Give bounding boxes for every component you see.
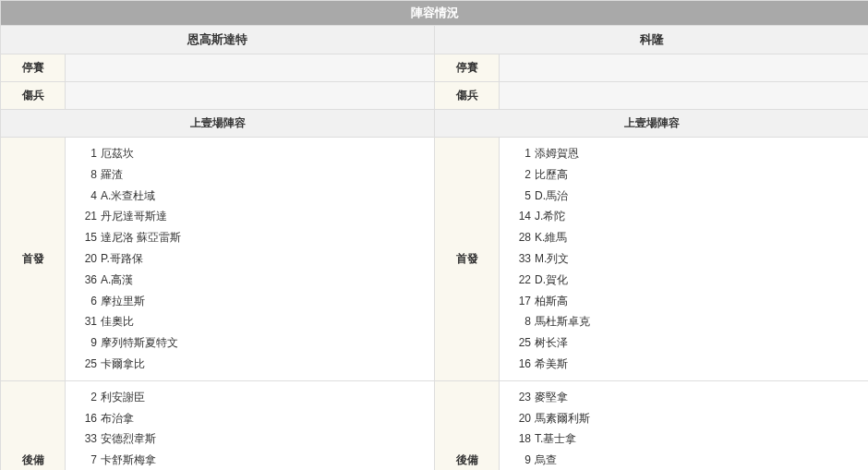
away-team-name: 科隆: [435, 26, 869, 54]
player-number: 16: [75, 408, 97, 429]
away-starters-label: 首發: [435, 138, 500, 381]
player-name: 麥堅拿: [535, 387, 568, 408]
player-name: 利安謝臣: [101, 387, 145, 408]
player-row: 33M.列文: [509, 248, 859, 270]
player-row: 23麥堅拿: [509, 387, 859, 408]
player-row: 28K.維馬: [509, 227, 859, 248]
home-starters-list: 1厄茲坎8羅渣4A.米查杜域21丹尼達哥斯達15達尼洛 蘇亞雷斯20P.哥路保3…: [66, 138, 435, 381]
player-number: 1: [509, 143, 531, 164]
player-number: 2: [509, 164, 531, 186]
player-number: 25: [75, 354, 97, 375]
player-name: J.希陀: [535, 206, 565, 227]
player-number: 16: [509, 354, 531, 375]
player-name: 卡舒斯梅拿: [101, 450, 156, 470]
player-number: 21: [75, 206, 97, 227]
player-number: 33: [75, 428, 97, 450]
player-name: 烏查: [535, 450, 557, 470]
away-starters-list: 1添姆賀恩2比歷高5D.馬治14J.希陀28K.維馬33M.列文22D.賀化17…: [500, 138, 869, 381]
player-name: A.米查杜域: [101, 186, 155, 207]
player-name: 馬素爾利斯: [535, 408, 590, 429]
player-number: 2: [75, 387, 97, 408]
player-name: 摩拉里斯: [101, 291, 145, 312]
home-injured-label: 傷兵: [1, 82, 66, 110]
player-row: 14J.希陀: [509, 206, 859, 227]
player-row: 20P.哥路保: [75, 248, 425, 270]
player-row: 21丹尼達哥斯達: [75, 206, 425, 227]
section-row: 上壹場陣容 上壹場陣容: [1, 110, 869, 138]
player-number: 5: [509, 186, 531, 207]
player-number: 20: [509, 408, 531, 429]
player-name: 厄茲坎: [101, 143, 134, 164]
teams-row: 恩高斯達特 科隆: [1, 26, 869, 54]
player-row: 36A.高漢: [75, 270, 425, 291]
player-number: 23: [509, 387, 531, 408]
home-team-name: 恩高斯達特: [1, 26, 435, 54]
player-number: 14: [509, 206, 531, 227]
player-name: K.維馬: [535, 227, 567, 248]
player-row: 5D.馬治: [509, 186, 859, 207]
player-row: 1厄茲坎: [75, 143, 425, 164]
player-name: 丹尼達哥斯達: [101, 206, 167, 227]
injured-row: 傷兵 傷兵: [1, 82, 869, 110]
lineup-table: 陣容情況 恩高斯達特 科隆 停賽 停賽 傷兵 傷兵 上壹場陣容 上壹場陣容 首發…: [0, 0, 868, 470]
away-subs-label: 後備: [435, 380, 500, 470]
subs-row: 後備 2利安謝臣16布治拿33安德烈韋斯7卡舒斯梅拿28菲臘賀夫文23R.奧福素…: [1, 380, 869, 470]
player-row: 8羅渣: [75, 164, 425, 186]
player-number: 25: [509, 332, 531, 354]
player-name: M.列文: [535, 248, 569, 270]
player-row: 25树长泽: [509, 332, 859, 354]
home-suspended-label: 停賽: [1, 54, 66, 82]
player-number: 36: [75, 270, 97, 291]
away-section-label: 上壹場陣容: [435, 110, 869, 138]
player-number: 9: [75, 332, 97, 354]
player-row: 9摩列特斯夏特文: [75, 332, 425, 354]
player-row: 7卡舒斯梅拿: [75, 450, 425, 470]
away-suspended-label: 停賽: [435, 54, 500, 82]
player-number: 15: [75, 227, 97, 248]
player-name: 卡爾拿比: [101, 354, 145, 375]
player-row: 20馬素爾利斯: [509, 408, 859, 429]
player-number: 4: [75, 186, 97, 207]
suspended-row: 停賽 停賽: [1, 54, 869, 82]
home-injured-value: [66, 82, 435, 110]
home-starters-label: 首發: [1, 138, 66, 381]
player-name: 摩列特斯夏特文: [101, 332, 178, 354]
player-row: 2利安謝臣: [75, 387, 425, 408]
player-number: 22: [509, 270, 531, 291]
player-number: 28: [509, 227, 531, 248]
player-name: D.馬治: [535, 186, 568, 207]
player-name: A.高漢: [101, 270, 133, 291]
home-section-label: 上壹場陣容: [1, 110, 435, 138]
player-name: 布治拿: [101, 408, 134, 429]
player-name: 羅渣: [101, 164, 123, 186]
player-number: 6: [75, 291, 97, 312]
player-name: T.基士拿: [535, 428, 576, 450]
player-name: 树长泽: [535, 332, 568, 354]
player-number: 31: [75, 311, 97, 332]
player-row: 1添姆賀恩: [509, 143, 859, 164]
main-title: 陣容情況: [1, 1, 869, 26]
player-name: P.哥路保: [101, 248, 143, 270]
home-subs-list: 2利安謝臣16布治拿33安德烈韋斯7卡舒斯梅拿28菲臘賀夫文23R.奧福素14斯…: [66, 380, 435, 470]
player-name: 希美斯: [535, 354, 568, 375]
player-row: 25卡爾拿比: [75, 354, 425, 375]
player-name: 安德烈韋斯: [101, 428, 156, 450]
player-row: 4A.米查杜域: [75, 186, 425, 207]
player-number: 8: [75, 164, 97, 186]
player-number: 17: [509, 291, 531, 312]
player-name: 馬杜斯卓克: [535, 311, 590, 332]
player-row: 18T.基士拿: [509, 428, 859, 450]
starters-row: 首發 1厄茲坎8羅渣4A.米查杜域21丹尼達哥斯達15達尼洛 蘇亞雷斯20P.哥…: [1, 138, 869, 381]
player-name: 柏斯高: [535, 291, 568, 312]
player-number: 9: [509, 450, 531, 470]
player-number: 7: [75, 450, 97, 470]
away-suspended-value: [500, 54, 869, 82]
away-subs-list: 23麥堅拿20馬素爾利斯18T.基士拿9烏查27艾斯拉加26拜特芬尼31Y.加夏…: [500, 380, 869, 470]
player-row: 17柏斯高: [509, 291, 859, 312]
player-number: 8: [509, 311, 531, 332]
player-row: 16希美斯: [509, 354, 859, 375]
player-row: 33安德烈韋斯: [75, 428, 425, 450]
player-name: 添姆賀恩: [535, 143, 579, 164]
player-name: D.賀化: [535, 270, 568, 291]
player-row: 15達尼洛 蘇亞雷斯: [75, 227, 425, 248]
